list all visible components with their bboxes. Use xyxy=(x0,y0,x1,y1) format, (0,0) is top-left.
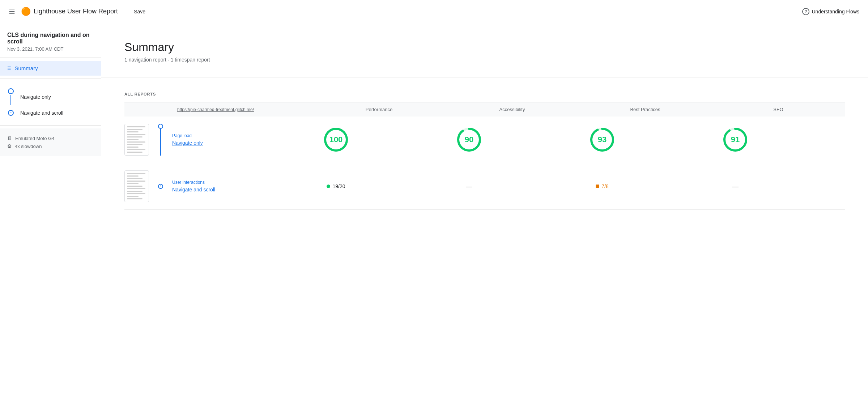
score-label2: 7/8 xyxy=(601,183,608,189)
device-item-slowdown: ⚙ 4x slowdown xyxy=(7,142,94,150)
table-row: User interactions Navigate and scroll 19… xyxy=(124,163,845,210)
row1-timeline xyxy=(155,124,166,156)
thumb-line xyxy=(127,152,142,153)
seo-score-1: 91 xyxy=(722,127,748,153)
device-label: Emulated Moto G4 xyxy=(15,136,54,141)
table-row: Page load Navigate only xyxy=(124,117,845,163)
thumb-line xyxy=(127,198,142,199)
timespan-best: 7/8 xyxy=(579,183,626,189)
thumb-line xyxy=(127,175,139,177)
thumb-line xyxy=(127,147,139,148)
score-circle-91: 91 xyxy=(712,127,759,153)
report-thumbnail-2 xyxy=(124,170,149,202)
thumb-line xyxy=(127,173,145,174)
score-value: 100 xyxy=(329,135,343,144)
menu-icon[interactable]: ☰ xyxy=(9,7,15,16)
timeline-dot xyxy=(8,88,14,94)
score-access-1: 90 xyxy=(446,117,579,163)
list-icon: ≡ xyxy=(7,64,11,72)
access-col-header: Accessibility xyxy=(446,102,579,117)
thumb-line xyxy=(127,139,139,140)
thumb-line xyxy=(127,188,145,189)
logo-icon: 🟠 xyxy=(21,7,31,16)
row2-timeline xyxy=(155,170,166,202)
thumb-line xyxy=(127,141,145,143)
score-seo-1: 91 xyxy=(712,117,845,163)
access-score-1: 90 xyxy=(456,127,482,153)
nav-item-navigate-scroll[interactable]: Navigate and scroll xyxy=(7,108,94,118)
score-7-8: 7/8 xyxy=(596,183,608,189)
thumb-line xyxy=(127,178,142,179)
thumb-line xyxy=(127,183,139,184)
row1-report-info: Page load Navigate only xyxy=(172,133,312,146)
timeline-clock-dot xyxy=(158,184,163,189)
thumb-line xyxy=(127,191,142,192)
thumb-line xyxy=(127,196,139,197)
score-best-1: 93 xyxy=(579,117,712,163)
best-col-header: Best Practices xyxy=(579,102,712,117)
report-name-2[interactable]: Navigate and scroll xyxy=(172,187,215,192)
reports-section: ALL REPORTS https://pie-charmed-treatmen… xyxy=(101,77,868,224)
score-perf-2: 19/20 xyxy=(312,163,446,210)
main-layout: CLS during navigation and on scroll Nov … xyxy=(0,23,868,398)
slowdown-icon: ⚙ xyxy=(7,143,12,149)
best-score-1: 93 xyxy=(589,127,615,153)
report-name-1[interactable]: Navigate only xyxy=(172,140,203,146)
understanding-flows-link[interactable]: ? Understanding Flows xyxy=(802,8,859,15)
timeline-col xyxy=(7,88,14,106)
sidebar-divider2 xyxy=(0,79,101,79)
score-value: 90 xyxy=(465,135,473,144)
score-best-2: 7/8 xyxy=(579,163,712,210)
app-title: Lighthouse User Flow Report xyxy=(34,8,118,15)
score-seo-2: — xyxy=(712,163,845,210)
nav-label: Navigate only xyxy=(20,94,51,100)
help-icon: ? xyxy=(802,8,809,15)
thumb-line xyxy=(127,181,145,182)
sidebar-item-summary[interactable]: ≡ Summary xyxy=(0,61,101,76)
seo-col-header: SEO xyxy=(712,102,845,117)
nav-timeline: Navigate only Navigate and scroll xyxy=(0,82,101,122)
sidebar: CLS during navigation and on scroll Nov … xyxy=(0,23,101,398)
score-circle-90: 90 xyxy=(446,127,493,153)
dash-seo: — xyxy=(712,183,759,190)
score-perf-1: 100 xyxy=(312,117,446,163)
timeline-col2 xyxy=(7,110,14,116)
thumb-line xyxy=(127,129,142,130)
report-type-1: Page load xyxy=(172,133,312,138)
url-link[interactable]: https://pie-charmed-treatment.glitch.me/ xyxy=(177,107,254,112)
score-circle-93: 93 xyxy=(579,127,626,153)
all-reports-label: ALL REPORTS xyxy=(124,92,845,96)
timeline-dot-circle xyxy=(158,124,163,129)
dash-label2: — xyxy=(732,183,739,190)
score-circle-100: 100 xyxy=(312,127,359,153)
summary-label: Summary xyxy=(15,65,38,71)
timeline-clock xyxy=(8,110,14,116)
thumb-lines2 xyxy=(125,171,149,202)
score-access-2: — xyxy=(446,163,579,210)
thumb-line xyxy=(127,131,139,132)
orange-square xyxy=(596,185,599,188)
score-value: 91 xyxy=(731,135,740,144)
report-date: Nov 3, 2021, 7:00 AM CDT xyxy=(0,46,101,58)
device-item-emulated: 🖥 Emulated Moto G4 xyxy=(7,134,94,142)
app-header: ☰ 🟠 Lighthouse User Flow Report Save ? U… xyxy=(0,0,868,23)
row2-report-info: User interactions Navigate and scroll xyxy=(172,180,312,193)
timeline-line xyxy=(10,95,11,105)
thumb-line xyxy=(127,186,142,187)
score-19-20: 19/20 xyxy=(327,183,345,189)
perf-col-header: Performance xyxy=(312,102,446,117)
report-title: CLS during navigation and on scroll xyxy=(0,29,101,46)
nav-item-navigate-only[interactable]: Navigate only xyxy=(7,86,94,108)
table-header-row: https://pie-charmed-treatment.glitch.me/… xyxy=(124,102,845,117)
content-area: Summary 1 navigation report · 1 timespan… xyxy=(101,23,868,398)
slowdown-label: 4x slowdown xyxy=(15,144,42,149)
summary-heading: Summary xyxy=(124,41,845,54)
score-value: 93 xyxy=(598,135,607,144)
thumb-line xyxy=(127,193,145,194)
save-button[interactable]: Save xyxy=(129,6,150,17)
thumb-line xyxy=(127,134,145,135)
green-dot xyxy=(327,185,330,188)
row2-info-cell: User interactions Navigate and scroll xyxy=(124,163,312,210)
timespan-perf: 19/20 xyxy=(312,183,359,189)
help-label: Understanding Flows xyxy=(812,9,859,14)
